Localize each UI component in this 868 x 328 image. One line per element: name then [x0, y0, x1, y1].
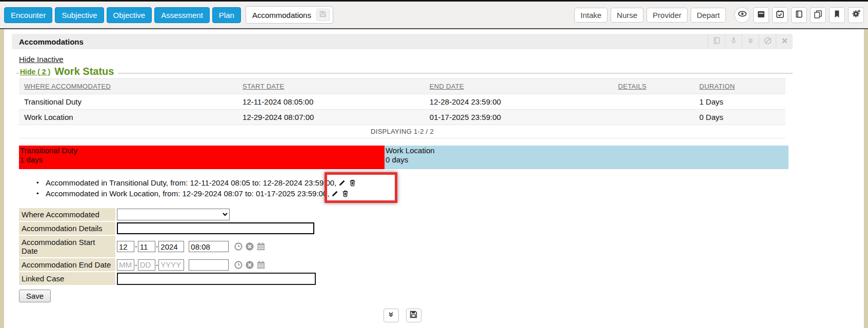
work-status-toggle-link[interactable]: Hide ( 2 ) [20, 68, 50, 76]
linked-case-label: Linked Case [19, 272, 115, 285]
table-row[interactable]: Work Location 12-29-2024 08:07:00 01-17-… [19, 110, 785, 125]
tab-subjective[interactable]: Subjective [55, 7, 104, 23]
tab-save-button[interactable] [316, 9, 330, 21]
panel-close-button[interactable] [776, 34, 793, 49]
cell-end: 01-17-2025 23:59:00 [425, 110, 613, 125]
cell-start: 12-11-2024 08:05:00 [237, 94, 425, 110]
cell-details [613, 94, 694, 110]
accommodation-entries: • Accommodated in Transitional Duty, fro… [36, 177, 793, 199]
work-status-title: Work Status [54, 66, 114, 77]
tab-accommodations-active[interactable]: Accommodations [246, 6, 333, 24]
gears-icon [852, 9, 861, 20]
timeline-segment-transitional-duty: Transitional Duty 1 days [19, 146, 385, 169]
clear-x-icon[interactable] [245, 242, 254, 251]
edit-pencil-icon[interactable] [331, 190, 339, 197]
copy-button[interactable] [810, 7, 826, 23]
nurse-button[interactable]: Nurse [611, 8, 643, 23]
calendar-check-button[interactable] [772, 7, 788, 23]
segment-duration: 0 days [386, 155, 789, 165]
cell-duration: 0 Days [694, 110, 785, 125]
work-status-table: WHERE ACCOMMODATED START DATE END DATE D… [19, 78, 785, 125]
accommodation-form: Where Accommodated Accommodation Details… [19, 208, 793, 285]
calendar-icon[interactable] [256, 242, 266, 251]
panel-book-button[interactable] [708, 34, 725, 49]
tab-assessment[interactable]: Assessment [154, 7, 210, 23]
archive-box-icon [757, 10, 765, 20]
active-tab-label: Accommodations [252, 11, 311, 19]
end-year-input[interactable] [158, 259, 184, 271]
tab-plan[interactable]: Plan [212, 7, 241, 23]
start-time-input[interactable] [189, 241, 229, 252]
main-area: Accommodations Hide Inactive Hide ( 2 ) … [0, 29, 868, 328]
eye-button[interactable] [734, 7, 750, 23]
tab-objective[interactable]: Objective [107, 7, 152, 23]
floppy-disk-icon [409, 310, 418, 321]
save-button[interactable]: Save [19, 290, 51, 302]
col-header-where-accommodated[interactable]: WHERE ACCOMMODATED [19, 79, 237, 94]
bullet-icon: • [36, 177, 46, 188]
table-paging-status: DISPLAYING 1-2 / 2 [19, 125, 785, 138]
tab-encounter[interactable]: Encounter [4, 7, 52, 23]
edit-pencil-icon[interactable] [338, 179, 346, 187]
cell-duration: 1 Days [694, 94, 785, 110]
col-header-end-date[interactable]: END DATE [425, 79, 613, 94]
segment-duration: 1 days [20, 155, 385, 165]
intake-button[interactable]: Intake [574, 8, 608, 23]
chevrons-down-icon [746, 36, 755, 47]
segment-label: Transitional Duty [20, 146, 385, 155]
list-item: • Accommodated in Work Location, from: 1… [36, 188, 793, 199]
linked-case-input[interactable] [117, 273, 316, 285]
panel-cancel-button[interactable] [759, 34, 776, 49]
clock-icon[interactable] [234, 242, 243, 251]
bookmark-button[interactable] [829, 7, 845, 23]
where-accommodated-label: Where Accommodated [19, 208, 115, 221]
start-year-input[interactable] [158, 241, 184, 252]
accommodation-end-date-label: Accommodation End Date [19, 258, 115, 271]
accommodations-panel-header: Accommodations [12, 34, 793, 49]
bullet-icon: • [36, 188, 46, 199]
table-row[interactable]: Transitional Duty 12-11-2024 08:05:00 12… [19, 94, 785, 110]
cell-where: Transitional Duty [19, 94, 237, 110]
expand-collapse-button[interactable] [383, 309, 399, 322]
date-separator: - [156, 261, 158, 269]
start-month-input[interactable] [117, 241, 134, 252]
work-status-legend: Hide ( 2 ) Work Status [16, 66, 793, 77]
panel-collapse-button[interactable] [742, 34, 759, 49]
bookmark-icon [833, 10, 841, 20]
date-separator: - [156, 242, 158, 251]
cell-details [613, 110, 694, 125]
save-all-button[interactable] [406, 309, 421, 322]
col-header-details[interactable]: DETAILS [613, 79, 694, 94]
timeline-segment-work-location: Work Location 0 days [385, 146, 789, 169]
delete-trash-icon[interactable] [349, 179, 356, 187]
col-header-duration[interactable]: DURATION [694, 79, 785, 94]
where-accommodated-select[interactable] [117, 209, 230, 220]
list-item: • Accommodated in Transitional Duty, fro… [36, 177, 793, 188]
end-time-input[interactable] [189, 259, 229, 271]
panel-dictate-button[interactable] [725, 34, 742, 49]
date-separator: - [135, 242, 137, 251]
accommodation-start-date-label: Accommodation Start Date [19, 236, 115, 257]
accommodation-details-input[interactable] [117, 222, 314, 234]
calendar-icon[interactable] [256, 260, 266, 270]
calendar-check-icon [776, 10, 784, 20]
date-separator: - [135, 261, 137, 269]
book-icon [713, 36, 721, 47]
archive-button[interactable] [753, 7, 769, 23]
chevrons-down-icon [387, 311, 395, 320]
end-month-input[interactable] [117, 259, 134, 271]
settings-button[interactable] [848, 7, 864, 23]
book-button[interactable] [791, 7, 807, 23]
provider-button[interactable]: Provider [647, 8, 688, 23]
start-day-input[interactable] [138, 241, 155, 252]
clear-x-icon[interactable] [245, 260, 254, 270]
hide-inactive-link[interactable]: Hide Inactive [19, 55, 64, 64]
eye-icon [738, 9, 747, 20]
clock-icon[interactable] [234, 260, 243, 270]
cancel-circle-icon [763, 36, 772, 47]
segment-label: Work Location [386, 146, 789, 155]
col-header-start-date[interactable]: START DATE [237, 79, 425, 94]
end-day-input[interactable] [138, 259, 155, 271]
delete-trash-icon[interactable] [341, 190, 349, 197]
depart-button[interactable]: Depart [691, 8, 726, 23]
